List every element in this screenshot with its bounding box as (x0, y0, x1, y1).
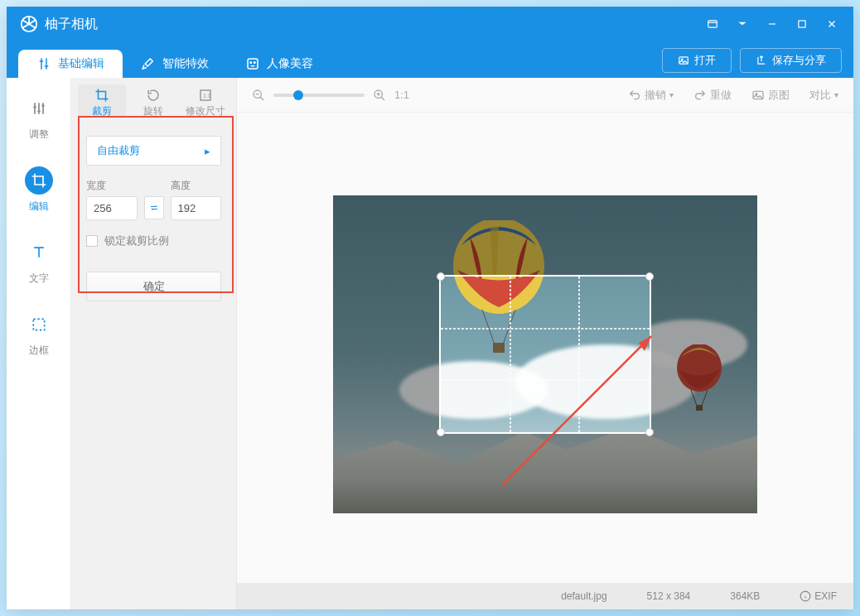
undo-button[interactable]: 撤销 ▾ (628, 88, 674, 103)
crop-mode-dropdown[interactable]: 自由裁剪 ▸ (86, 136, 221, 166)
open-button[interactable]: 打开 (662, 48, 732, 73)
dimensions-label: 512 x 384 (647, 590, 691, 602)
swap-dimensions-button[interactable] (144, 196, 164, 219)
status-bar: default.jpg 512 x 384 364KB EXIF (237, 583, 853, 609)
minimize-button[interactable] (757, 12, 787, 36)
tab-smart-effects[interactable]: 智能特效 (123, 50, 227, 78)
ptab-label: 修改尺寸 (186, 105, 225, 117)
main-area: 调整 编辑 文字 边框 裁剪 (7, 78, 853, 609)
lock-ratio-checkbox[interactable] (86, 235, 98, 247)
height-label: 高度 (171, 179, 222, 193)
sidenav-adjust[interactable]: 调整 (25, 94, 53, 142)
rotate-icon (146, 88, 161, 103)
original-button[interactable]: 原图 (751, 88, 790, 103)
sidenav-edit[interactable]: 编辑 (25, 166, 53, 214)
compare-button[interactable]: 对比 ▾ (809, 88, 838, 103)
tab-label: 人像美容 (267, 56, 313, 71)
crop-handle-sw[interactable] (437, 428, 445, 436)
tools-icon (36, 56, 51, 71)
app-logo-icon (20, 15, 38, 33)
sidenav-label: 调整 (29, 128, 49, 142)
zoom-in-button[interactable] (373, 89, 386, 102)
crop-box[interactable] (439, 275, 651, 434)
crop-icon (25, 166, 53, 195)
filesize-label: 364KB (730, 590, 760, 602)
save-label: 保存与分享 (772, 53, 826, 68)
panel-tabs: 裁剪 旋转 1:1 修改尺寸 (71, 78, 236, 118)
app-title: 柚子相机 (45, 16, 98, 33)
close-button[interactable] (817, 12, 847, 36)
panel-tab-crop[interactable]: 裁剪 (78, 84, 126, 118)
svg-rect-6 (248, 59, 258, 69)
sidenav-label: 文字 (29, 272, 49, 286)
chevron-down-icon: ▾ (834, 90, 838, 99)
tab-portrait-beauty[interactable]: 人像美容 (227, 50, 331, 78)
redo-label: 重做 (710, 88, 732, 103)
lock-ratio-label: 锁定裁剪比例 (104, 233, 169, 248)
titlebar: 柚子相机 (7, 7, 853, 41)
side-navigation: 调整 编辑 文字 边框 (7, 78, 71, 609)
crop-panel-body: 自由裁剪 ▸ 宽度 高度 (78, 124, 229, 313)
svg-point-8 (254, 62, 256, 64)
menu-icon[interactable] (727, 12, 757, 36)
zoom-out-button[interactable] (252, 89, 265, 102)
svg-rect-11 (33, 319, 44, 330)
compare-label: 对比 (809, 88, 831, 103)
magic-icon (141, 56, 156, 71)
svg-rect-1 (708, 21, 717, 27)
svg-point-7 (250, 62, 252, 64)
info-icon (800, 590, 811, 602)
swap-icon (149, 203, 159, 213)
face-icon (245, 56, 260, 71)
export-icon (756, 55, 767, 66)
open-label: 打开 (694, 53, 716, 68)
undo-label: 撤销 (645, 88, 666, 103)
crop-icon (94, 88, 109, 103)
sidenav-text[interactable]: 文字 (25, 238, 53, 286)
image-icon (751, 89, 765, 102)
crop-handle-nw[interactable] (437, 272, 445, 281)
redo-button[interactable]: 重做 (693, 88, 732, 103)
original-label: 原图 (768, 88, 790, 103)
sidenav-label: 边框 (29, 344, 49, 358)
ptab-label: 裁剪 (92, 105, 112, 117)
redo-icon (693, 89, 707, 102)
edit-panel: 裁剪 旋转 1:1 修改尺寸 自由裁剪 ▸ 宽度 (71, 78, 237, 609)
image-icon (678, 55, 689, 66)
tab-basic-edit[interactable]: 基础编辑 (18, 50, 123, 78)
canvas-toolbar: 1:1 撤销 ▾ 重做 原图 对比 ▾ (237, 78, 853, 113)
undo-icon (628, 89, 641, 102)
width-label: 宽度 (86, 179, 138, 193)
crop-handle-ne[interactable] (645, 272, 654, 281)
panel-tab-resize[interactable]: 1:1 修改尺寸 (181, 84, 229, 118)
app-window: 柚子相机 基础编辑 智能特效 人像美容 打开 保存与分享 (7, 7, 853, 609)
panel-tab-rotate[interactable]: 旋转 (129, 84, 177, 118)
crop-mode-label: 自由裁剪 (97, 143, 140, 158)
maximize-button[interactable] (787, 12, 817, 36)
image-preview[interactable] (333, 195, 757, 513)
exif-button[interactable]: EXIF (800, 590, 837, 602)
confirm-button[interactable]: 确定 (86, 272, 221, 301)
exif-label: EXIF (814, 590, 837, 602)
svg-line-18 (381, 97, 384, 100)
sidenav-label: 编辑 (29, 200, 49, 214)
tab-label: 智能特效 (162, 56, 209, 71)
filename-label: default.jpg (561, 590, 606, 602)
svg-text:1:1: 1:1 (203, 93, 211, 99)
zoom-slider[interactable] (273, 94, 365, 97)
feedback-icon[interactable] (698, 12, 727, 36)
crop-handle-se[interactable] (645, 428, 654, 436)
canvas-area: 1:1 撤销 ▾ 重做 原图 对比 ▾ (237, 78, 853, 609)
sidenav-frame[interactable]: 边框 (25, 310, 53, 358)
canvas-viewport (237, 113, 853, 583)
height-input[interactable] (171, 196, 222, 220)
save-share-button[interactable]: 保存与分享 (740, 48, 842, 73)
width-input[interactable] (86, 196, 138, 220)
ptab-label: 旋转 (143, 105, 163, 117)
chevron-right-icon: ▸ (205, 145, 210, 157)
resize-icon: 1:1 (198, 88, 213, 103)
main-toolbar: 基础编辑 智能特效 人像美容 打开 保存与分享 (7, 41, 853, 78)
svg-rect-3 (799, 21, 805, 27)
zoom-ratio-button[interactable]: 1:1 (394, 89, 409, 101)
tab-label: 基础编辑 (58, 56, 104, 71)
